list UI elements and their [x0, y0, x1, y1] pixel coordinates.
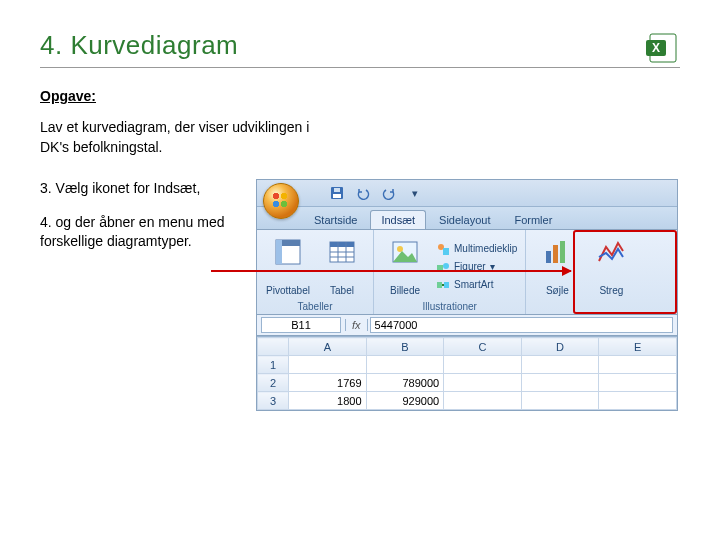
- callout-arrow: [211, 270, 571, 272]
- svg-rect-23: [546, 251, 551, 263]
- row-header[interactable]: 3: [258, 392, 289, 410]
- smartart-button[interactable]: SmartArt: [434, 277, 519, 293]
- save-icon[interactable]: [329, 185, 345, 201]
- svg-rect-4: [333, 194, 341, 198]
- cell[interactable]: [366, 356, 444, 374]
- smartart-label: SmartArt: [454, 279, 493, 290]
- tab-pagelayout[interactable]: Sidelayout: [428, 210, 501, 229]
- line-chart-icon: [595, 236, 627, 268]
- cell[interactable]: [289, 356, 367, 374]
- quick-access-toolbar: ▾: [257, 180, 677, 207]
- svg-point-20: [443, 263, 449, 269]
- line-chart-button[interactable]: Streg: [586, 234, 636, 299]
- slide-title: 4. Kurvediagram: [40, 30, 680, 61]
- svg-rect-5: [334, 188, 340, 192]
- svg-rect-10: [330, 242, 354, 247]
- svg-rect-18: [443, 248, 449, 255]
- tab-formulas[interactable]: Formler: [503, 210, 563, 229]
- cell[interactable]: [599, 392, 677, 410]
- cell[interactable]: 929000: [366, 392, 444, 410]
- row-header[interactable]: 1: [258, 356, 289, 374]
- redo-icon[interactable]: [381, 185, 397, 201]
- worksheet-grid[interactable]: A B C D E 1 2: [257, 336, 677, 410]
- cell[interactable]: [521, 392, 599, 410]
- select-all-corner[interactable]: [258, 338, 289, 356]
- step-3-text: 3. Vælg ikonet for Indsæt,: [40, 179, 240, 199]
- excel-logo-icon: X: [644, 30, 680, 66]
- office-button[interactable]: [263, 183, 299, 219]
- formula-bar: B11 fx 5447000: [257, 315, 677, 336]
- shapes-button[interactable]: Figurer ▾: [434, 259, 519, 275]
- smartart-icon: [436, 278, 450, 292]
- clipart-icon: [436, 242, 450, 256]
- clipart-label: Multimedieklip: [454, 243, 517, 254]
- group-charts-label: [532, 299, 636, 312]
- tab-insert[interactable]: Indsæt: [370, 210, 426, 229]
- svg-text:X: X: [652, 41, 660, 55]
- cell[interactable]: [521, 374, 599, 392]
- col-header[interactable]: B: [366, 338, 444, 356]
- table-icon: [326, 236, 358, 268]
- col-header[interactable]: D: [521, 338, 599, 356]
- col-header[interactable]: C: [444, 338, 522, 356]
- qat-dropdown-icon[interactable]: ▾: [407, 185, 423, 201]
- cell[interactable]: [444, 374, 522, 392]
- svg-rect-25: [560, 241, 565, 263]
- excel-screenshot: ▾ Startside Indsæt Sidelayout Formler Pi…: [256, 179, 678, 411]
- cell[interactable]: [444, 392, 522, 410]
- group-illustrations-label: Illustrationer: [380, 299, 519, 312]
- pivottable-icon: [272, 236, 304, 268]
- picture-button[interactable]: Billede: [380, 234, 430, 299]
- cell[interactable]: 1769: [289, 374, 367, 392]
- col-header[interactable]: A: [289, 338, 367, 356]
- subheading: Opgave:: [40, 88, 680, 104]
- fx-label[interactable]: fx: [345, 319, 368, 331]
- step-4-text: 4. og der åbner en menu med forskellige …: [40, 213, 240, 252]
- formula-input[interactable]: 5447000: [370, 317, 673, 333]
- picture-icon: [389, 236, 421, 268]
- undo-icon[interactable]: [355, 185, 371, 201]
- task-text: Lav et kurvediagram, der viser udvikling…: [40, 118, 340, 157]
- title-divider: [40, 67, 680, 68]
- cell[interactable]: 1800: [289, 392, 367, 410]
- cell[interactable]: 789000: [366, 374, 444, 392]
- svg-rect-24: [553, 245, 558, 263]
- table-label: Tabel: [330, 285, 354, 297]
- ribbon-tabs: Startside Indsæt Sidelayout Formler: [257, 207, 677, 230]
- column-chart-label: Søjle: [546, 285, 569, 297]
- column-chart-button[interactable]: Søjle: [532, 234, 582, 299]
- table-button[interactable]: Tabel: [317, 234, 367, 299]
- column-chart-icon: [541, 236, 573, 268]
- row-header[interactable]: 2: [258, 374, 289, 392]
- cell[interactable]: [599, 356, 677, 374]
- name-box[interactable]: B11: [261, 317, 341, 333]
- ribbon: Pivottabel Tabel Tabeller: [257, 230, 677, 315]
- picture-label: Billede: [390, 285, 420, 297]
- tab-home[interactable]: Startside: [303, 210, 368, 229]
- svg-rect-21: [437, 282, 442, 288]
- cell[interactable]: [599, 374, 677, 392]
- group-tables-label: Tabeller: [263, 299, 367, 312]
- col-header[interactable]: E: [599, 338, 677, 356]
- svg-rect-8: [276, 240, 282, 264]
- line-chart-label: Streg: [599, 285, 623, 297]
- cell[interactable]: [444, 356, 522, 374]
- pivottable-button[interactable]: Pivottabel: [263, 234, 313, 299]
- clipart-button[interactable]: Multimedieklip: [434, 241, 519, 257]
- pivottable-label: Pivottabel: [266, 285, 310, 297]
- svg-rect-22: [444, 282, 449, 288]
- cell[interactable]: [521, 356, 599, 374]
